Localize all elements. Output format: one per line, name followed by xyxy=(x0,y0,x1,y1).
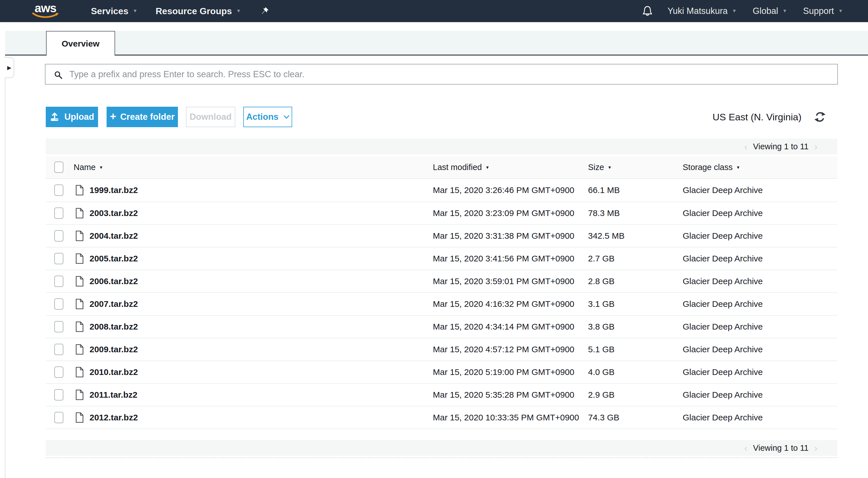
last-modified-cell: Mar 15, 2020 4:16:32 PM GMT+0900 xyxy=(433,293,575,315)
nav-resource-groups-label: Resource Groups xyxy=(156,6,232,16)
sort-caret-icon: ▼ xyxy=(486,165,490,170)
storage-class-cell: Glacier Deep Archive xyxy=(683,202,763,224)
table-gap xyxy=(46,429,837,440)
file-icon xyxy=(75,412,84,423)
chevron-down-icon: ▼ xyxy=(838,8,843,14)
storage-class-cell: Glacier Deep Archive xyxy=(683,338,763,361)
prev-page-chevron-icon[interactable]: ‹ xyxy=(744,443,747,453)
next-page-chevron-icon[interactable]: › xyxy=(814,142,817,151)
file-icon xyxy=(75,253,84,264)
last-modified-cell: Mar 15, 2020 5:35:28 PM GMT+0900 xyxy=(433,384,575,406)
storage-class-cell: Glacier Deep Archive xyxy=(683,247,763,270)
object-name-link[interactable]: 2008.tar.bz2 xyxy=(90,316,138,338)
row-checkbox[interactable] xyxy=(54,230,63,242)
table-row: 2004.tar.bz2 Mar 15, 2020 3:31:38 PM GMT… xyxy=(46,224,837,247)
column-header-last-modified-label: Last modified xyxy=(433,163,482,172)
search-input[interactable] xyxy=(45,64,838,84)
download-button[interactable]: Download xyxy=(186,107,235,127)
table-row: 2009.tar.bz2 Mar 15, 2020 4:57:12 PM GMT… xyxy=(46,338,837,361)
chevron-down-icon: ▼ xyxy=(732,8,737,14)
row-checkbox[interactable] xyxy=(54,344,63,355)
table-row: 2011.tar.bz2 Mar 15, 2020 5:35:28 PM GMT… xyxy=(46,383,837,406)
tab-strip-border xyxy=(5,55,868,56)
upload-icon xyxy=(50,112,60,122)
column-header-storage-class[interactable]: Storage class ▼ xyxy=(683,156,740,178)
prev-page-chevron-icon[interactable]: ‹ xyxy=(744,142,747,151)
row-checkbox[interactable] xyxy=(54,367,63,378)
object-name-link[interactable]: 2007.tar.bz2 xyxy=(90,293,138,315)
notifications-bell-icon[interactable] xyxy=(642,5,653,17)
column-header-last-modified[interactable]: Last modified ▼ xyxy=(433,156,489,178)
nav-item-support[interactable]: Support ▼ xyxy=(803,6,843,16)
row-checkbox[interactable] xyxy=(54,207,63,219)
size-cell: 5.1 GB xyxy=(588,338,615,361)
create-folder-button[interactable]: + Create folder xyxy=(106,107,178,127)
nav-services-label: Services xyxy=(91,6,128,16)
column-header-storage-class-label: Storage class xyxy=(683,163,733,172)
aws-logo-text: aws xyxy=(35,3,56,13)
size-cell: 4.0 GB xyxy=(588,361,615,383)
region-group: US East (N. Virginia) xyxy=(713,111,826,123)
storage-class-cell: Glacier Deep Archive xyxy=(683,225,763,247)
chevron-down-icon xyxy=(284,115,289,119)
object-name-link[interactable]: 1999.tar.bz2 xyxy=(90,179,138,202)
tab-overview[interactable]: Overview xyxy=(46,31,115,56)
object-name-link[interactable]: 2004.tar.bz2 xyxy=(90,225,138,247)
row-checkbox[interactable] xyxy=(54,253,63,264)
object-name-link[interactable]: 2003.tar.bz2 xyxy=(90,202,138,224)
last-modified-cell: Mar 15, 2020 10:33:35 PM GMT+0900 xyxy=(433,407,579,429)
object-name-link[interactable]: 2010.tar.bz2 xyxy=(90,361,138,383)
size-cell: 3.1 GB xyxy=(588,293,615,315)
nav-item-account[interactable]: Yuki Matsukura ▼ xyxy=(668,6,737,16)
object-name-link[interactable]: 2005.tar.bz2 xyxy=(90,247,138,270)
object-name-link[interactable]: 2006.tar.bz2 xyxy=(90,270,138,293)
table-row: 1999.tar.bz2 Mar 15, 2020 3:26:46 PM GMT… xyxy=(46,179,837,202)
size-cell: 78.3 MB xyxy=(588,202,620,224)
file-icon xyxy=(75,231,84,241)
row-checkbox[interactable] xyxy=(54,412,63,423)
row-checkbox[interactable] xyxy=(54,298,63,310)
table-row: 2006.tar.bz2 Mar 15, 2020 3:59:01 PM GMT… xyxy=(46,270,837,293)
actions-button[interactable]: Actions xyxy=(243,107,292,127)
row-checkbox[interactable] xyxy=(54,321,63,332)
pushpin-icon[interactable] xyxy=(261,7,269,15)
object-name-link[interactable]: 2012.tar.bz2 xyxy=(90,407,138,429)
column-header-name[interactable]: Name ▼ xyxy=(73,156,103,178)
row-checkbox[interactable] xyxy=(54,389,63,401)
top-nav: aws Services ▼ Resource Groups ▼ xyxy=(0,0,868,22)
toolbar: Upload + Create folder Download Actions … xyxy=(46,107,837,127)
tab-strip-background xyxy=(5,31,868,56)
table-row: 2007.tar.bz2 Mar 15, 2020 4:16:32 PM GMT… xyxy=(46,293,837,315)
aws-smile-icon xyxy=(32,12,59,19)
upload-button[interactable]: Upload xyxy=(46,107,98,127)
file-icon xyxy=(75,299,84,309)
object-name-link[interactable]: 2009.tar.bz2 xyxy=(90,338,138,361)
column-header-size[interactable]: Size ▼ xyxy=(588,156,612,178)
size-cell: 342.5 MB xyxy=(588,225,624,247)
next-page-chevron-icon[interactable]: › xyxy=(814,443,817,453)
row-checkbox[interactable] xyxy=(54,184,63,196)
nav-item-region[interactable]: Global ▼ xyxy=(753,6,787,16)
refresh-icon xyxy=(814,111,826,123)
chevron-down-icon: ▼ xyxy=(133,8,137,14)
table-row: 2005.tar.bz2 Mar 15, 2020 3:41:56 PM GMT… xyxy=(46,247,837,270)
row-checkbox[interactable] xyxy=(54,276,63,287)
s3-console-screen: aws Services ▼ Resource Groups ▼ xyxy=(0,0,868,478)
last-modified-cell: Mar 15, 2020 3:26:46 PM GMT+0900 xyxy=(433,179,575,202)
select-all-checkbox[interactable] xyxy=(54,162,63,173)
expand-arrow-icon: ▶ xyxy=(7,65,11,70)
side-panel-expander[interactable]: ▶ xyxy=(5,57,14,78)
region-menu-label: Global xyxy=(753,6,778,16)
refresh-button[interactable] xyxy=(814,111,826,123)
sort-caret-icon: ▼ xyxy=(608,165,612,170)
file-icon xyxy=(75,367,84,377)
storage-class-cell: Glacier Deep Archive xyxy=(683,179,763,202)
storage-class-cell: Glacier Deep Archive xyxy=(683,270,763,293)
aws-logo[interactable]: aws xyxy=(32,3,59,19)
nav-item-services[interactable]: Services ▼ xyxy=(91,6,137,16)
nav-item-resource-groups[interactable]: Resource Groups ▼ xyxy=(156,6,241,16)
search-bar xyxy=(45,64,838,84)
object-name-link[interactable]: 2011.tar.bz2 xyxy=(90,384,137,406)
last-modified-cell: Mar 15, 2020 4:34:14 PM GMT+0900 xyxy=(433,316,575,338)
storage-class-cell: Glacier Deep Archive xyxy=(683,407,763,429)
